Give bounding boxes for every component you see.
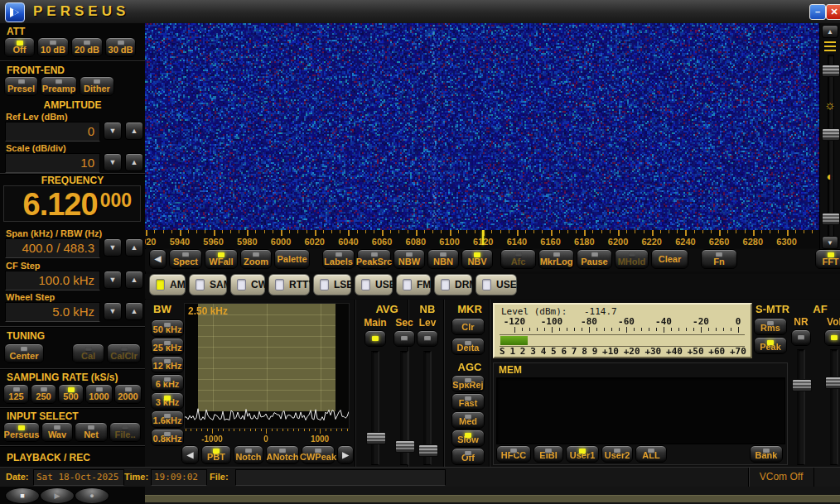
toolbar-wfall[interactable]: WFall [205, 249, 238, 269]
nb-lev-slider[interactable] [418, 351, 437, 465]
waterfall-display[interactable] [145, 23, 819, 230]
mem-user2[interactable]: User2 [601, 445, 633, 463]
bw-25-khz[interactable]: 25 kHz [151, 338, 184, 355]
scale-up-icon[interactable] [125, 153, 143, 171]
tuning-calclr[interactable]: CalClr [107, 343, 141, 363]
slider-handle[interactable] [825, 377, 840, 389]
toolbar-fn[interactable]: Fn [701, 249, 737, 269]
rate-2000[interactable]: 2000 [114, 384, 142, 404]
att-20-db[interactable]: 20 dB [71, 37, 103, 57]
pbt-[interactable]: ◀ [181, 445, 199, 464]
bw-3-khz[interactable]: 3 kHz [151, 392, 184, 410]
af-vol-button[interactable] [824, 329, 840, 346]
toolbar-palette[interactable]: Palette [274, 249, 310, 269]
pbt-[interactable]: ▶ [337, 445, 354, 464]
agc-spkrej[interactable]: SpkRej [451, 375, 485, 392]
play-button[interactable]: ▶ [40, 487, 75, 504]
agc-slow[interactable]: Slow [451, 430, 485, 447]
af-nr-slider[interactable] [791, 349, 811, 465]
frequency-display[interactable]: 6.120000 [3, 185, 141, 222]
tuning-cal[interactable]: Cal [72, 343, 104, 363]
wheel-step-up-icon[interactable] [125, 302, 143, 320]
rate-500[interactable]: 500 [58, 384, 84, 404]
input-perseus[interactable]: Perseus [3, 422, 40, 442]
input-wav[interactable]: Wav [41, 422, 73, 442]
center-frequency-marker[interactable] [482, 230, 484, 245]
scale-field[interactable]: 10 [5, 153, 100, 173]
frontend-presel[interactable]: Presel [4, 76, 38, 96]
agc-off[interactable]: Off [451, 448, 485, 465]
mem-hfcc[interactable]: HFCC [496, 445, 531, 463]
span-field[interactable]: 400.0 / 488.3 [5, 238, 100, 258]
tuning-center[interactable]: Center [4, 343, 44, 363]
close-button[interactable]: ✕ [826, 4, 840, 20]
span-down-icon[interactable] [104, 238, 122, 257]
toolbar-nbv[interactable]: NBV [461, 249, 493, 269]
bw-50-khz[interactable]: 50 kHz [151, 319, 184, 337]
frequency-scale[interactable]: 5920594059605980600060206040606060806100… [145, 230, 819, 248]
agc-med[interactable]: Med [451, 411, 485, 429]
scroll-down-icon[interactable]: ▼ [822, 236, 838, 249]
bw-1-6khz[interactable]: 1.6kHz [151, 410, 184, 428]
toolbar-spect[interactable]: Spect [169, 249, 202, 269]
toolbar-nbw[interactable]: NBW [393, 249, 425, 269]
passband-display[interactable] [184, 303, 350, 429]
pbt-pbt[interactable]: PBT [201, 445, 231, 464]
avg-sec-slider[interactable] [394, 351, 414, 465]
mem-user1[interactable]: User1 [566, 445, 599, 463]
avg-main-button[interactable] [364, 330, 386, 347]
mode-sam[interactable]: SAM [189, 274, 227, 295]
wheel-step-field[interactable]: 5.0 kHz [5, 302, 100, 322]
af-vol-slider[interactable] [824, 349, 840, 465]
af-nr-button[interactable] [791, 329, 811, 346]
mem-eibi[interactable]: EIBI [533, 445, 563, 463]
brightness-handle[interactable] [822, 128, 840, 141]
ref-lev-down-icon[interactable] [104, 122, 122, 140]
toolbar-mhold[interactable]: MHold [615, 249, 649, 269]
frontend-dither[interactable]: Dither [80, 76, 114, 96]
ref-lev-up-icon[interactable] [125, 122, 143, 140]
slider-handle[interactable] [418, 444, 438, 457]
rate-1000[interactable]: 1000 [85, 384, 113, 404]
rate-250[interactable]: 250 [31, 384, 56, 404]
slider-handle[interactable] [792, 379, 812, 391]
mkr-clr[interactable]: Clr [451, 318, 485, 335]
date-field[interactable]: Sat 18-Oct-2025 [33, 469, 124, 486]
mode-drm[interactable]: DRM [434, 274, 472, 295]
rate-125[interactable]: 125 [3, 384, 29, 404]
bw-0-8khz[interactable]: 0.8kHz [151, 429, 184, 446]
toolbar-zoom[interactable]: Zoom [240, 249, 272, 269]
att-10-db[interactable]: 10 dB [37, 37, 69, 57]
mode-am[interactable]: AM [149, 274, 186, 295]
stop-button[interactable]: ■ [5, 487, 40, 504]
att-off[interactable]: Off [4, 37, 35, 57]
toolbar-clear[interactable]: Clear [651, 249, 688, 269]
wheel-step-down-icon[interactable] [104, 302, 122, 320]
bw-12-khz[interactable]: 12 kHz [151, 356, 184, 373]
contrast-handle[interactable] [822, 213, 840, 225]
toolbar-fft[interactable]: FFT [815, 249, 840, 269]
bw-6-khz[interactable]: 6 kHz [151, 374, 184, 391]
avg-main-slider[interactable] [365, 351, 385, 465]
smtr-peak[interactable]: Peak [754, 337, 787, 354]
avg-sec-button[interactable] [393, 330, 415, 347]
smtr-rms[interactable]: Rms [754, 318, 787, 335]
mkr-delta[interactable]: Delta [451, 338, 485, 355]
input-net[interactable]: Net [75, 422, 108, 442]
pbt-notch[interactable]: Notch [234, 445, 263, 464]
nb-lev-button[interactable] [417, 330, 438, 347]
mem-bank-button[interactable]: Bank [750, 445, 783, 463]
toolbar-afc[interactable]: Afc [500, 249, 536, 269]
span-up-icon[interactable] [125, 238, 143, 257]
pbt-anotch[interactable]: ANotch [266, 445, 299, 464]
slider-handle[interactable] [366, 432, 386, 444]
mode-fm[interactable]: FM [396, 274, 431, 295]
toolbar-nbn[interactable]: NBN [427, 249, 459, 269]
scroll-up-icon[interactable]: ▲ [822, 25, 838, 38]
ref-lev-field[interactable]: 0 [5, 122, 100, 142]
memory-list[interactable] [496, 377, 785, 444]
mode-cw[interactable]: CW [230, 274, 265, 295]
toolbar-peaksrc[interactable]: PeakSrc [357, 249, 391, 269]
frontend-preamp[interactable]: Preamp [41, 76, 77, 96]
toolbar-pause[interactable]: Pause [577, 249, 612, 269]
